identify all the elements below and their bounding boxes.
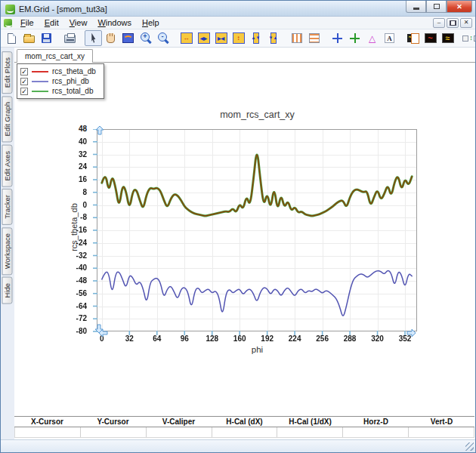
horizontal-bars-icon <box>309 33 320 43</box>
menu-file[interactable]: File <box>15 17 39 28</box>
vertical-bars-button[interactable] <box>288 30 305 46</box>
cursor-col-x-cursor: X-Cursor <box>14 417 80 427</box>
legend-line-swatch <box>32 91 48 92</box>
expand-vertical-button[interactable]: ▲▼ <box>247 30 264 46</box>
print-icon <box>64 35 76 43</box>
title-bar[interactable]: EM.Grid - [smom_tut3a] ✕ <box>1 1 475 17</box>
cursor-value-cell[interactable] <box>147 427 212 437</box>
tracker-axes-button[interactable] <box>346 30 363 46</box>
legend-checkbox-rcs_phi_db[interactable]: ✓ <box>20 78 28 85</box>
v-caliper-pair-button[interactable]: ↕ <box>462 30 475 46</box>
minimize-button[interactable] <box>406 1 426 13</box>
chart-title: mom_rcs_cart_xy <box>97 109 418 120</box>
y-tick-label: -80 <box>61 327 87 335</box>
open-file-icon <box>23 35 35 43</box>
window-controls: ✕ <box>406 1 472 13</box>
child-window-icon[interactable] <box>4 19 12 27</box>
x-tick-label: 224 <box>282 334 308 343</box>
cursor-value-cell[interactable] <box>15 427 81 437</box>
vertical-bars-icon <box>292 33 302 43</box>
compress-horizontal-button[interactable]: ▶◀ <box>212 30 230 46</box>
zoom-out-button[interactable] <box>154 30 172 46</box>
cursor-value-cell[interactable] <box>409 427 474 437</box>
pan-right-arrow[interactable] <box>406 328 416 337</box>
close-button[interactable]: ✕ <box>447 1 472 13</box>
y-tick-label: 40 <box>61 137 87 146</box>
y-tick-label: -24 <box>61 239 87 247</box>
dark-plot-red-icon: ~ <box>425 33 437 43</box>
x-tick-label: 160 <box>227 334 252 343</box>
crosshair-button[interactable] <box>329 30 346 46</box>
x-tick-label: 256 <box>310 334 335 343</box>
legend-label: rcs_theta_db <box>52 67 96 76</box>
x-tick-label: 96 <box>172 334 197 343</box>
pan-hand-button[interactable] <box>102 30 119 46</box>
print-button[interactable] <box>61 30 79 46</box>
fit-width-button[interactable]: ↔ <box>178 30 195 46</box>
caliper-triangle-button[interactable]: △ <box>363 30 381 46</box>
copy-plot-button[interactable] <box>404 30 422 46</box>
menu-windows[interactable]: Windows <box>92 17 137 28</box>
zoom-in-button[interactable] <box>137 30 154 46</box>
plot-content: ✓rcs_theta_db✓rcs_phi_db✓rcs_total_db mo… <box>14 63 475 439</box>
body-row: Edit PlotsEdit GraphEdit AxesTrackerWork… <box>1 48 475 439</box>
expand-horizontal-button[interactable]: ◀▶ <box>195 30 212 46</box>
sidebar-item-hide[interactable]: Hide <box>2 277 13 304</box>
menu-help[interactable]: Help <box>137 17 165 28</box>
x-tick-label: 128 <box>199 334 225 343</box>
mdi-restore-button[interactable] <box>447 18 459 28</box>
open-file-button[interactable] <box>20 30 38 46</box>
sidebar-item-edit-plots[interactable]: Edit Plots <box>2 51 13 94</box>
menu-edit[interactable]: Edit <box>39 17 64 28</box>
new-document-icon <box>8 33 16 44</box>
new-document-button[interactable] <box>3 30 20 46</box>
sidebar-item-edit-graph[interactable]: Edit Graph <box>2 96 13 142</box>
pan-left-arrow[interactable] <box>98 328 108 337</box>
cursor-value-cell[interactable] <box>81 427 147 437</box>
plot-overview-button[interactable] <box>119 30 137 46</box>
x-tick-label: 320 <box>365 334 391 343</box>
horizontal-bars-button[interactable] <box>305 30 323 46</box>
pan-up-arrow[interactable] <box>95 125 104 135</box>
mdi-close-button[interactable]: ✕ <box>460 18 472 28</box>
annotation-text-icon: A <box>385 33 394 43</box>
minimize-icon <box>413 8 419 10</box>
cursor-value-cell[interactable] <box>343 427 409 437</box>
legend-box: ✓rcs_theta_db✓rcs_phi_db✓rcs_total_db <box>17 63 104 99</box>
cursor-value-cell[interactable] <box>212 427 278 437</box>
maximize-button[interactable] <box>426 1 447 13</box>
x-axis-label: phi <box>97 345 418 354</box>
mdi-minimize-button[interactable]: – <box>433 18 445 28</box>
annotation-text-button[interactable]: A <box>381 30 398 46</box>
x-tick-label: 32 <box>116 334 142 343</box>
compress-vertical-button[interactable]: ▼▲ <box>264 30 282 46</box>
legend-label: rcs_phi_db <box>52 77 89 85</box>
v-caliper-pair-icon: ↕ <box>462 34 475 43</box>
menu-bar: FileEditViewWindowsHelp – ✕ <box>1 17 475 29</box>
tab-mom-rcs-cart-xy[interactable]: mom_rcs_cart_xy <box>17 49 93 63</box>
legend-line-swatch <box>32 71 48 72</box>
dark-plot-red-button[interactable]: ~ <box>422 30 439 46</box>
save-file-button[interactable] <box>38 30 55 46</box>
y-tick-label: -72 <box>61 314 87 322</box>
copy-plot-icon <box>407 33 419 44</box>
fit-height-button[interactable]: ↕ <box>230 30 247 46</box>
y-tick-label: -32 <box>61 251 87 260</box>
cursor-table-row[interactable] <box>14 427 474 438</box>
sidebar-item-workspace[interactable]: Workspace <box>2 227 13 275</box>
pointer-select-button[interactable] <box>85 30 102 46</box>
legend-checkbox-rcs_total_db[interactable]: ✓ <box>20 88 28 95</box>
sidebar-item-tracker[interactable]: Tracker <box>2 189 13 225</box>
sidebar-item-edit-axes[interactable]: Edit Axes <box>2 145 13 187</box>
dark-plot-yellow-button[interactable]: ≈ <box>439 30 456 46</box>
status-bar <box>1 439 475 452</box>
zoom-in-icon <box>140 32 151 44</box>
cursor-value-cell[interactable] <box>277 427 343 437</box>
cursor-table-header: X-CursorY-CursorV-CaliperH-Cal (dX)H-Cal… <box>14 416 474 427</box>
plot-canvas[interactable] <box>91 129 418 337</box>
legend-checkbox-rcs_theta_db[interactable]: ✓ <box>20 68 28 76</box>
menu-view[interactable]: View <box>64 17 93 28</box>
cursor-col-vert-d: Vert-D <box>409 417 474 427</box>
expand-vertical-icon: ▲▼ <box>253 32 259 44</box>
x-tick-label: 64 <box>144 334 170 343</box>
